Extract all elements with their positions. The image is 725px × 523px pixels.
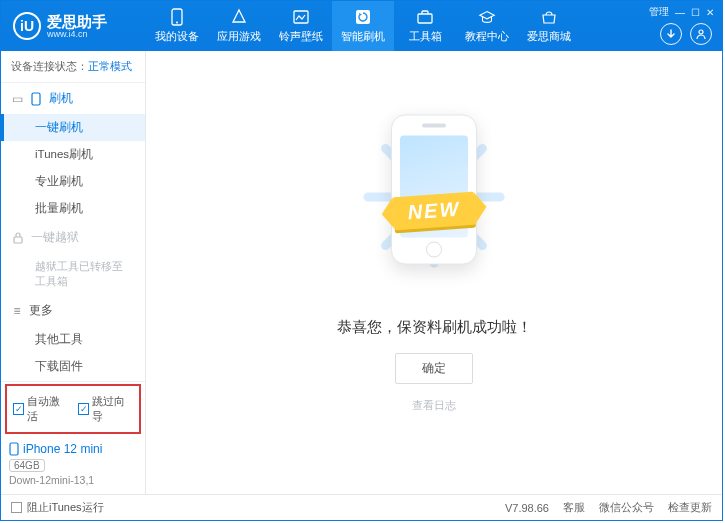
checkbox-label: 跳过向导 <box>92 394 133 424</box>
success-message: 恭喜您，保资料刷机成功啦！ <box>337 318 532 337</box>
lock-icon <box>11 231 25 245</box>
view-log-link[interactable]: 查看日志 <box>412 398 456 413</box>
nav-label: 爱思商城 <box>527 29 571 44</box>
unchecked-box-icon <box>11 502 22 513</box>
refresh-icon <box>354 8 372 26</box>
sidebar-item-itunes-flash[interactable]: iTunes刷机 <box>1 141 145 168</box>
section-flash[interactable]: ▭ 刷机 <box>1 83 145 114</box>
collapse-icon: ▭ <box>11 92 23 106</box>
connection-status: 设备连接状态：正常模式 <box>1 51 145 83</box>
section-title: 一键越狱 <box>31 229 79 246</box>
sidebar-item-pro-flash[interactable]: 专业刷机 <box>1 168 145 195</box>
brand-title: 爱思助手 <box>47 14 107 29</box>
nav-store[interactable]: 爱思商城 <box>518 1 580 51</box>
nav-toolbox[interactable]: 工具箱 <box>394 1 456 51</box>
titlebar: iU 爱思助手 www.i4.cn 我的设备 应用游戏 铃声壁纸 智能刷机 <box>1 1 722 51</box>
connection-label: 设备连接状态： <box>11 60 88 72</box>
nav-label: 铃声壁纸 <box>279 29 323 44</box>
phone-icon <box>29 92 43 106</box>
section-more[interactable]: ≡ 更多 <box>1 295 145 326</box>
footer-service[interactable]: 客服 <box>563 500 585 515</box>
toolbox-icon <box>416 8 434 26</box>
nav-ringtones[interactable]: 铃声壁纸 <box>270 1 332 51</box>
maximize-button[interactable]: ☐ <box>691 7 700 18</box>
nav-label: 教程中心 <box>465 29 509 44</box>
store-icon <box>540 8 558 26</box>
section-jailbreak[interactable]: 一键越狱 <box>1 222 145 253</box>
sidebar-item-batch-flash[interactable]: 批量刷机 <box>1 195 145 222</box>
connection-value: 正常模式 <box>88 60 132 72</box>
user-circle-button[interactable] <box>690 23 712 45</box>
svg-rect-7 <box>14 237 22 243</box>
checkbox-skip-guide[interactable]: ✓跳过向导 <box>78 394 133 424</box>
footer-left: 阻止iTunes运行 <box>11 500 104 515</box>
app-window: iU 爱思助手 www.i4.cn 我的设备 应用游戏 铃声壁纸 智能刷机 <box>0 0 723 521</box>
close-button[interactable]: ✕ <box>706 7 714 18</box>
jailbreak-note: 越狱工具已转移至 工具箱 <box>1 253 145 295</box>
nav-apps-games[interactable]: 应用游戏 <box>208 1 270 51</box>
svg-point-5 <box>699 30 703 34</box>
logo-icon: iU <box>13 12 41 40</box>
device-capacity: 64GB <box>9 459 45 472</box>
ok-button[interactable]: 确定 <box>395 353 473 384</box>
footer: 阻止iTunes运行 V7.98.66 客服 微信公众号 检查更新 <box>1 494 722 520</box>
footer-update[interactable]: 检查更新 <box>668 500 712 515</box>
svg-rect-6 <box>32 93 40 105</box>
main-nav: 我的设备 应用游戏 铃声壁纸 智能刷机 工具箱 教程中心 <box>146 1 580 51</box>
sidebar-item-other-tools[interactable]: 其他工具 <box>1 326 145 353</box>
main-content: NEW 恭喜您，保资料刷机成功啦！ 确定 查看日志 <box>146 51 722 494</box>
footer-wechat[interactable]: 微信公众号 <box>599 500 654 515</box>
user-buttons <box>660 23 712 45</box>
device-name: iPhone 12 mini <box>9 442 137 456</box>
checkbox-label: 阻止iTunes运行 <box>27 500 104 515</box>
nav-smart-flash[interactable]: 智能刷机 <box>332 1 394 51</box>
svg-rect-2 <box>294 11 308 23</box>
phone-graphic <box>391 115 477 265</box>
options-row-highlighted: ✓自动激活 ✓跳过向导 <box>5 384 141 434</box>
device-model: Down-12mini-13,1 <box>9 474 137 486</box>
section-title: 更多 <box>29 302 53 319</box>
nav-label: 应用游戏 <box>217 29 261 44</box>
flash-subitems: 一键刷机 iTunes刷机 专业刷机 批量刷机 <box>1 114 145 222</box>
body: 设备连接状态：正常模式 ▭ 刷机 一键刷机 iTunes刷机 专业刷机 批量刷机… <box>1 51 722 494</box>
svg-rect-4 <box>418 14 432 23</box>
graduation-icon <box>478 8 496 26</box>
device-name-text: iPhone 12 mini <box>23 442 102 456</box>
footer-version: V7.98.66 <box>505 502 549 514</box>
success-illustration: NEW <box>359 112 509 282</box>
svg-rect-8 <box>10 443 18 455</box>
logo-block: iU 爱思助手 www.i4.cn <box>1 12 146 40</box>
device-block[interactable]: iPhone 12 mini 64GB Down-12mini-13,1 <box>1 436 145 494</box>
section-title: 刷机 <box>49 90 73 107</box>
nav-tutorials[interactable]: 教程中心 <box>456 1 518 51</box>
sidebar-tree: ▭ 刷机 一键刷机 iTunes刷机 专业刷机 批量刷机 一键越狱 越狱工具已转… <box>1 83 145 381</box>
new-badge: NEW <box>393 191 476 230</box>
device-icon <box>168 8 186 26</box>
checkbox-label: 自动激活 <box>27 394 68 424</box>
nav-label: 智能刷机 <box>341 29 385 44</box>
nav-label: 工具箱 <box>409 29 442 44</box>
checkbox-auto-activate[interactable]: ✓自动激活 <box>13 394 68 424</box>
wallpaper-icon <box>292 8 310 26</box>
apps-icon <box>230 8 248 26</box>
more-subitems: 其他工具 下载固件 高级功能 <box>1 326 145 381</box>
sidebar-item-one-click-flash[interactable]: 一键刷机 <box>1 114 145 141</box>
checkbox-block-itunes[interactable]: 阻止iTunes运行 <box>11 500 104 515</box>
nav-my-device[interactable]: 我的设备 <box>146 1 208 51</box>
nav-label: 我的设备 <box>155 29 199 44</box>
minimize-button[interactable]: — <box>675 7 685 18</box>
small-phone-icon <box>9 442 19 456</box>
svg-point-1 <box>176 22 178 24</box>
brand-url: www.i4.cn <box>47 29 107 39</box>
download-circle-button[interactable] <box>660 23 682 45</box>
sidebar-item-download-firmware[interactable]: 下载固件 <box>1 353 145 380</box>
brand-text: 爱思助手 www.i4.cn <box>47 14 107 39</box>
sidebar: 设备连接状态：正常模式 ▭ 刷机 一键刷机 iTunes刷机 专业刷机 批量刷机… <box>1 51 146 494</box>
expand-icon: ≡ <box>11 304 23 318</box>
sidebar-bottom: ✓自动激活 ✓跳过向导 iPhone 12 mini 64GB Down-12m… <box>1 381 145 494</box>
window-menu-button[interactable]: 管理 <box>649 5 669 19</box>
svg-rect-3 <box>356 10 370 24</box>
logo-letter: iU <box>20 18 34 34</box>
window-controls: 管理 — ☐ ✕ <box>641 1 722 23</box>
